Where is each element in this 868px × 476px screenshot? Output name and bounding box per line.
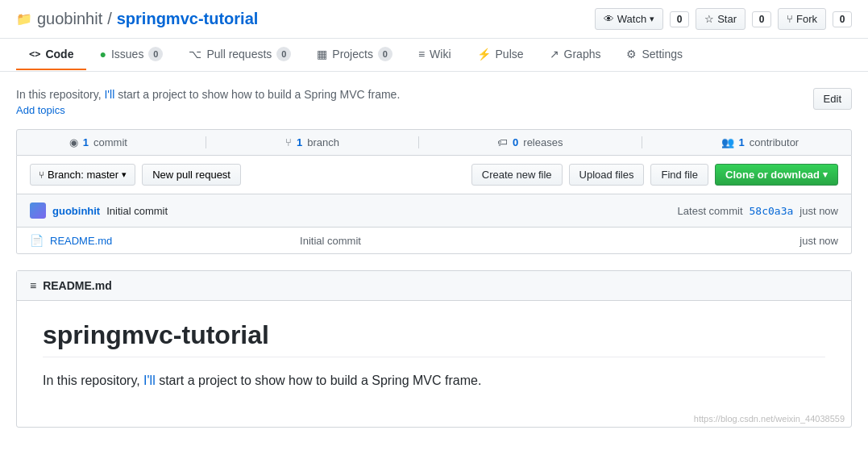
branch-label: Branch: master <box>48 169 118 181</box>
repo-separator: / <box>107 10 112 28</box>
eye-icon: 👁 <box>604 13 614 25</box>
clone-download-button[interactable]: Clone or download ▾ <box>715 164 838 186</box>
chevron-icon: ▾ <box>122 169 127 180</box>
repo-icon: 📁 <box>16 11 32 27</box>
branches-stat: ⑂ 1 branch <box>285 136 339 148</box>
tab-settings-label: Settings <box>642 48 683 61</box>
tab-pulse[interactable]: ⚡ Pulse <box>464 40 537 70</box>
tab-code-label: Code <box>45 48 73 61</box>
commit-left: guobinhit Initial commit <box>30 203 168 219</box>
readme-desc-before: In this repository, <box>43 374 143 387</box>
chevron-down-icon: ▾ <box>650 14 654 24</box>
avatar-image <box>30 203 46 219</box>
people-icon: 👥 <box>721 136 734 148</box>
pulse-icon: ⚡ <box>477 48 491 61</box>
readme-desc-link[interactable]: I'll <box>143 374 156 387</box>
projects-badge: 0 <box>378 47 392 61</box>
repo-nav: <> Code ● Issues 0 ⌥ Pull requests 0 ▦ P… <box>0 39 868 72</box>
main-content: In this repository, I'll start a project… <box>0 72 868 444</box>
readme-icon: ≡ <box>30 279 36 292</box>
readme-desc-after: start a project to show how to build a S… <box>156 374 482 387</box>
commits-stat: ◉ 1 commit <box>69 136 127 148</box>
file-icon: 📄 <box>30 234 44 247</box>
edit-button[interactable]: Edit <box>813 88 852 110</box>
description-before: In this repository, <box>16 88 104 101</box>
commit-time: just now <box>799 205 838 217</box>
wiki-icon: ≡ <box>418 48 425 61</box>
releases-label: releases <box>523 136 563 148</box>
toolbar-left: ⑂ Branch: master ▾ New pull request <box>30 164 241 186</box>
watch-count: 0 <box>670 11 689 27</box>
branch-icon-btn: ⑂ <box>39 169 44 181</box>
upload-files-button[interactable]: Upload files <box>569 164 645 186</box>
pr-icon: ⌥ <box>189 48 201 61</box>
readme-header-label: README.md <box>43 279 112 292</box>
repo-header: 📁 guobinhit / springmvc-tutorial 👁 Watch… <box>0 0 868 39</box>
star-label: Star <box>717 13 737 25</box>
watch-button[interactable]: 👁 Watch ▾ <box>595 8 663 30</box>
fork-icon: ⑂ <box>787 13 793 25</box>
commit-message: Initial commit <box>106 205 168 217</box>
branch-icon: ⑂ <box>285 136 292 148</box>
star-count: 0 <box>752 11 771 27</box>
contributors-label: contributor <box>750 136 799 148</box>
tab-pulse-label: Pulse <box>496 48 524 61</box>
tab-wiki[interactable]: ≡ Wiki <box>405 40 464 70</box>
readme-header: ≡ README.md <box>17 271 851 301</box>
clone-download-label: Clone or download <box>725 169 820 181</box>
file-name[interactable]: README.md <box>50 235 300 247</box>
issues-icon: ● <box>99 48 106 61</box>
find-file-button[interactable]: Find file <box>650 164 708 186</box>
tab-projects[interactable]: ▦ Projects 0 <box>304 39 405 71</box>
chevron-down-icon: ▾ <box>823 169 828 180</box>
tab-issues-label: Issues <box>111 48 143 61</box>
fork-count: 0 <box>833 11 852 27</box>
commit-author[interactable]: guobinhit <box>52 205 100 217</box>
add-topics-link[interactable]: Add topics <box>16 104 400 116</box>
star-button[interactable]: ☆ Star <box>696 8 745 30</box>
tab-settings[interactable]: ⚙ Settings <box>613 40 696 70</box>
contributors-count[interactable]: 1 <box>739 136 745 148</box>
stats-bar: ◉ 1 commit ⑂ 1 branch 🏷 0 releases 👥 1 c… <box>16 129 852 156</box>
new-pull-request-button[interactable]: New pull request <box>142 164 241 186</box>
toolbar-right: Create new file Upload files Find file C… <box>471 164 838 186</box>
description-text-area: In this repository, I'll start a project… <box>16 88 400 116</box>
graphs-icon: ↗ <box>550 48 559 61</box>
commits-count[interactable]: 1 <box>83 136 89 148</box>
repo-owner[interactable]: guobinhit <box>37 10 102 28</box>
create-new-file-button[interactable]: Create new file <box>471 164 563 186</box>
commit-icon: ◉ <box>69 136 78 148</box>
tag-icon: 🏷 <box>497 136 508 148</box>
latest-commit-row: guobinhit Initial commit Latest commit 5… <box>17 194 851 228</box>
tab-graphs[interactable]: ↗ Graphs <box>537 40 614 70</box>
branches-label: branch <box>307 136 339 148</box>
issues-badge: 0 <box>148 47 163 61</box>
description-link[interactable]: I'll <box>104 88 114 101</box>
fork-label: Fork <box>796 13 817 25</box>
code-icon: <> <box>29 48 40 60</box>
description-text: In this repository, I'll start a project… <box>16 88 400 101</box>
tab-code[interactable]: <> Code <box>16 40 86 70</box>
repo-name[interactable]: springmvc-tutorial <box>117 10 259 28</box>
branches-count[interactable]: 1 <box>297 136 302 148</box>
star-icon: ☆ <box>704 13 714 25</box>
commit-hash[interactable]: 58c0a3a <box>750 205 794 217</box>
releases-count[interactable]: 0 <box>513 136 518 148</box>
fork-button[interactable]: ⑂ Fork <box>778 8 826 30</box>
description-after: start a project to show how to build a S… <box>114 88 400 101</box>
readme-section: ≡ README.md springmvc-tutorial In this r… <box>16 270 852 428</box>
file-time: just now <box>799 235 838 247</box>
settings-icon: ⚙ <box>626 48 637 61</box>
tab-projects-label: Projects <box>332 48 373 61</box>
avatar <box>30 203 46 219</box>
tab-graphs-label: Graphs <box>564 48 601 61</box>
projects-icon: ▦ <box>317 48 327 61</box>
tab-issues[interactable]: ● Issues 0 <box>86 39 176 71</box>
file-table: guobinhit Initial commit Latest commit 5… <box>16 194 852 254</box>
tab-pull-requests[interactable]: ⌥ Pull requests 0 <box>176 39 304 71</box>
repo-title: 📁 guobinhit / springmvc-tutorial <box>16 10 258 28</box>
table-row: 📄 README.md Initial commit just now <box>17 228 851 253</box>
watermark: https://blog.csdn.net/weixin_44038559 <box>17 411 851 427</box>
branch-selector[interactable]: ⑂ Branch: master ▾ <box>30 164 135 186</box>
tab-pr-label: Pull requests <box>206 48 272 61</box>
